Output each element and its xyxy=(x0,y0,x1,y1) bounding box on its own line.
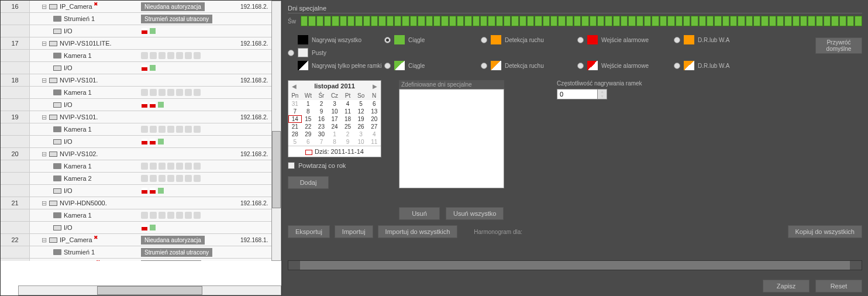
timeline-cell[interactable] xyxy=(730,16,737,26)
calendar-day[interactable]: 23 xyxy=(315,123,328,130)
action-icon[interactable] xyxy=(141,175,148,182)
calendar-day[interactable]: 8 xyxy=(302,108,315,115)
action-icon[interactable] xyxy=(150,175,157,182)
expand-icon[interactable]: ⊟ xyxy=(42,3,47,11)
timeline-cell[interactable] xyxy=(355,16,362,26)
action-icon[interactable] xyxy=(185,126,192,133)
timeline-cell[interactable] xyxy=(378,16,385,26)
repeat-yearly-checkbox[interactable] xyxy=(288,162,295,169)
frequency-spinner[interactable]: ▲▼ xyxy=(557,89,642,99)
expand-icon[interactable]: ⊟ xyxy=(42,236,47,244)
tree-item[interactable]: Kamera 1 xyxy=(30,163,141,170)
legend-radio[interactable] xyxy=(384,63,391,69)
timeline-cell[interactable] xyxy=(660,16,667,26)
action-icon[interactable] xyxy=(176,212,183,219)
calendar-day[interactable]: 18 xyxy=(341,115,354,123)
action-icon[interactable] xyxy=(150,212,157,219)
action-icon[interactable] xyxy=(150,163,157,170)
timeline-cell[interactable] xyxy=(691,16,698,26)
tree-item[interactable]: Kamera 1 xyxy=(30,212,141,219)
timeline-cell[interactable] xyxy=(535,16,542,26)
action-icon[interactable] xyxy=(167,89,174,96)
timeline-cell[interactable] xyxy=(621,16,628,26)
action-icon[interactable] xyxy=(185,52,192,59)
tree-item[interactable]: Kamera 1 xyxy=(30,89,141,96)
tree-item[interactable]: I/O xyxy=(30,187,141,194)
timeline-cell[interactable] xyxy=(301,16,308,26)
vertical-scrollbar[interactable] xyxy=(271,1,281,261)
timeline-cell[interactable] xyxy=(511,16,518,26)
action-icon[interactable] xyxy=(159,212,166,219)
timeline-cell[interactable] xyxy=(753,16,760,26)
save-button[interactable]: Zapisz xyxy=(763,280,810,292)
timeline-cell[interactable] xyxy=(324,16,331,26)
tree-item[interactable]: ⊟NVIP-VS101. xyxy=(30,77,141,84)
action-icon[interactable] xyxy=(185,163,192,170)
calendar-day[interactable]: 26 xyxy=(354,123,368,130)
legend-radio[interactable] xyxy=(577,37,584,43)
calendar-day[interactable]: 7 xyxy=(315,138,328,146)
action-icon[interactable] xyxy=(159,163,166,170)
action-icon[interactable] xyxy=(150,52,157,59)
calendar[interactable]: ◀ listopad 2011 ▶ PnWtŚrCzPtSoN311234567… xyxy=(288,80,381,157)
tree-item[interactable]: ⊟NVIP-VS102. xyxy=(30,150,141,158)
calendar-day[interactable]: 19 xyxy=(354,115,368,123)
timeline-cell[interactable] xyxy=(371,16,378,26)
legend-radio[interactable] xyxy=(481,63,487,69)
tree-item[interactable]: Strumień 1 xyxy=(30,15,141,22)
tree-item[interactable]: Kamera 1 xyxy=(30,126,141,133)
timeline-cell[interactable] xyxy=(683,16,690,26)
timeline-cell[interactable] xyxy=(543,16,550,26)
legend-radio[interactable] xyxy=(384,37,391,43)
calendar-next-icon[interactable]: ▶ xyxy=(373,83,377,90)
calendar-day[interactable]: 12 xyxy=(354,108,368,115)
timeline-cell[interactable] xyxy=(597,16,604,26)
calendar-day[interactable]: 10 xyxy=(328,108,342,115)
calendar-day[interactable]: 30 xyxy=(315,130,328,138)
timeline-cell[interactable] xyxy=(699,16,706,26)
calendar-day[interactable]: 14 xyxy=(288,115,302,123)
expand-icon[interactable]: ⊟ xyxy=(42,77,47,84)
calendar-day[interactable]: 6 xyxy=(367,100,381,108)
calendar-day[interactable]: 17 xyxy=(328,115,342,123)
timeline-cell[interactable] xyxy=(769,16,776,26)
timeline-cell[interactable] xyxy=(410,16,417,26)
legend-radio[interactable] xyxy=(481,37,487,43)
action-icon[interactable] xyxy=(167,52,174,59)
action-icon[interactable] xyxy=(167,212,174,219)
action-icon[interactable] xyxy=(167,175,174,182)
timeline-cell[interactable] xyxy=(308,16,315,26)
timeline-cell[interactable] xyxy=(449,16,456,26)
timeline-cell[interactable] xyxy=(722,16,729,26)
expand-icon[interactable]: ⊟ xyxy=(42,113,47,121)
timeline-cell[interactable] xyxy=(332,16,339,26)
import-button[interactable]: Importuj xyxy=(335,225,373,238)
expand-icon[interactable]: ⊟ xyxy=(42,150,47,158)
timeline-cell[interactable] xyxy=(816,16,823,26)
action-icon[interactable] xyxy=(194,163,201,170)
export-button[interactable]: Eksportuj xyxy=(288,225,330,238)
calendar-day[interactable]: 8 xyxy=(328,138,342,146)
calendar-day[interactable]: 13 xyxy=(367,108,381,115)
frequency-input[interactable] xyxy=(557,89,598,99)
timeline-cell[interactable] xyxy=(480,16,487,26)
reset-button[interactable]: Reset xyxy=(815,280,862,292)
action-icon[interactable] xyxy=(194,52,201,59)
timeline-cell[interactable] xyxy=(831,16,838,26)
import-all-button[interactable]: Importuj do wszystkich xyxy=(378,225,458,238)
timeline-cell[interactable] xyxy=(316,16,323,26)
tree-item[interactable]: ⊟IP_Camera✖ xyxy=(30,236,141,244)
action-icon[interactable] xyxy=(141,89,148,96)
action-icon[interactable] xyxy=(141,52,148,59)
calendar-day[interactable]: 24 xyxy=(328,123,342,130)
timeline-cell[interactable] xyxy=(644,16,651,26)
calendar-day[interactable]: 22 xyxy=(302,123,315,130)
legend-radio[interactable] xyxy=(674,63,680,69)
timeline-cell[interactable] xyxy=(676,16,683,26)
timeline-cell[interactable] xyxy=(808,16,815,26)
action-icon[interactable] xyxy=(159,126,166,133)
action-icon[interactable] xyxy=(185,175,192,182)
calendar-day[interactable]: 1 xyxy=(328,130,342,138)
action-icon[interactable] xyxy=(141,163,148,170)
timeline-cell[interactable] xyxy=(566,16,573,26)
